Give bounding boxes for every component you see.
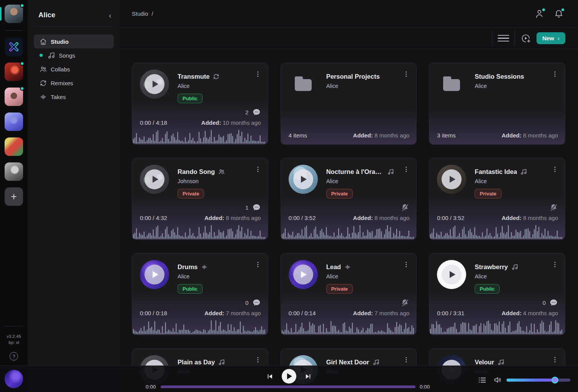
session-avatar[interactable] xyxy=(5,162,23,181)
project-card[interactable]: Strawberry Alice Public 0 0:00 / 3:31 Ad… xyxy=(429,253,565,335)
account-button[interactable] xyxy=(535,9,545,19)
previous-track-button[interactable] xyxy=(266,373,274,380)
folder-icon xyxy=(294,76,313,93)
card-menu-button[interactable] xyxy=(402,260,410,269)
play-overlay-button[interactable] xyxy=(293,265,313,284)
artwork[interactable] xyxy=(437,69,466,99)
items-count: 3 items xyxy=(437,132,455,139)
play-overlay-button[interactable] xyxy=(144,265,164,284)
sidebar-item-collabs[interactable]: Collabs xyxy=(34,62,114,76)
card-title: Transmute xyxy=(178,73,209,80)
kebab-icon xyxy=(551,69,559,79)
play-overlay-button[interactable] xyxy=(293,169,313,189)
volume-thumb[interactable] xyxy=(551,377,558,384)
artwork[interactable] xyxy=(437,165,466,194)
comments-icon[interactable] xyxy=(252,203,261,212)
added-date: Added: 8 months ago xyxy=(353,132,410,139)
notifications-button[interactable] xyxy=(554,9,564,19)
app-logo-button[interactable] xyxy=(5,38,23,56)
artwork[interactable] xyxy=(289,165,318,194)
card-menu-button[interactable] xyxy=(402,69,410,79)
sidebar-item-songs[interactable]: Songs xyxy=(34,48,114,62)
new-button[interactable]: New ‹ xyxy=(536,32,565,44)
sidebar-collapse-button[interactable]: ‹ xyxy=(109,11,111,19)
session-avatar[interactable] xyxy=(5,5,23,23)
notifications-off-icon xyxy=(400,298,409,307)
project-card[interactable]: Nocturne à l'Orange Alice Private 0:00 /… xyxy=(281,158,417,240)
app-logo-x-icon xyxy=(5,38,22,55)
speaker-icon xyxy=(493,375,502,384)
session-avatar[interactable] xyxy=(5,63,23,81)
session-avatar[interactable] xyxy=(5,112,23,131)
sidebar-item-remixes[interactable]: Remixes xyxy=(34,76,114,90)
session-avatar[interactable] xyxy=(5,88,23,106)
toolbar-divider xyxy=(515,30,515,46)
card-menu-button[interactable] xyxy=(254,260,262,269)
artwork[interactable] xyxy=(140,260,169,289)
play-button[interactable] xyxy=(282,369,296,384)
project-card[interactable]: Rando Song Johnson Private 1 0:00 / 4:32… xyxy=(132,158,268,240)
sidebar: Alice ‹ StudioSongsCollabsRemixesTakes xyxy=(28,0,120,392)
comments-icon[interactable] xyxy=(252,298,261,307)
kebab-icon xyxy=(551,355,559,364)
card-title: Strawberry xyxy=(475,263,508,271)
card-menu-button[interactable] xyxy=(254,165,262,174)
waveform xyxy=(133,223,267,240)
artwork[interactable] xyxy=(437,260,466,289)
card-artist: Alice xyxy=(326,83,380,89)
project-card[interactable]: Transmute Alice Public 2 0:00 / 4:18 Add… xyxy=(132,63,268,145)
project-card[interactable]: Drums Alice Public 0 0:00 / 0:18 Added: … xyxy=(132,253,268,335)
help-button[interactable]: ? xyxy=(10,352,18,361)
play-overlay-button[interactable] xyxy=(144,169,164,189)
project-card[interactable]: Lead Alice Private 0:00 / 0:14 Added: 7 … xyxy=(281,253,417,335)
sidebar-item-studio[interactable]: Studio xyxy=(34,35,114,48)
project-card[interactable]: Studio Sessions Alice 3 items Added: 8 m… xyxy=(429,63,565,145)
added-date: Added: 8 months ago xyxy=(502,215,558,221)
queue-button[interactable] xyxy=(478,375,487,385)
artwork[interactable] xyxy=(140,165,169,194)
visibility-badge: Public xyxy=(178,284,203,294)
added-date: Added: 7 months ago xyxy=(353,310,410,316)
card-menu-button[interactable] xyxy=(254,69,262,79)
project-card[interactable]: Personal Projects Alice 4 items Added: 8… xyxy=(281,63,417,145)
session-avatar[interactable] xyxy=(5,137,23,156)
project-card[interactable]: Fantastic Idea Alice Private 0:00 / 3:52… xyxy=(429,158,565,240)
comments-icon[interactable] xyxy=(549,298,558,307)
play-overlay-button[interactable] xyxy=(442,169,462,189)
breadcrumb-item[interactable]: Studio xyxy=(132,10,148,17)
card-artist: Alice xyxy=(178,83,219,89)
play-overlay-button[interactable] xyxy=(442,265,462,284)
card-menu-button[interactable] xyxy=(551,165,559,174)
card-menu-button[interactable] xyxy=(402,165,410,174)
add-to-queue-button[interactable] xyxy=(520,33,531,44)
add-session-button[interactable]: + xyxy=(5,187,23,206)
artwork[interactable] xyxy=(289,69,318,99)
volume-button[interactable] xyxy=(493,375,502,384)
next-track-button[interactable] xyxy=(304,373,312,380)
version-label: v3.2.45 xyxy=(7,333,21,340)
now-playing-artwork[interactable] xyxy=(5,370,23,388)
play-icon xyxy=(301,176,307,183)
artwork[interactable] xyxy=(140,69,169,99)
card-menu-button[interactable] xyxy=(402,355,410,364)
time-display: 0:00 / 0:14 xyxy=(289,310,316,316)
seek-bar[interactable] xyxy=(161,385,415,388)
comments-icon[interactable] xyxy=(252,108,261,117)
artwork[interactable] xyxy=(289,260,318,289)
comment-count: 0 xyxy=(543,299,546,306)
play-icon xyxy=(301,271,307,278)
added-value: 10 months ago xyxy=(223,119,261,126)
online-dot xyxy=(20,3,24,8)
card-artist: Johnson xyxy=(178,178,225,184)
card-menu-button[interactable] xyxy=(551,69,559,79)
card-menu-button[interactable] xyxy=(551,355,559,364)
play-overlay-button[interactable] xyxy=(144,74,164,94)
sidebar-item-takes[interactable]: Takes xyxy=(34,90,114,104)
added-value: 4 months ago xyxy=(523,310,558,316)
volume-slider[interactable] xyxy=(507,379,570,382)
card-menu-button[interactable] xyxy=(551,260,559,269)
card-menu-button[interactable] xyxy=(254,355,262,364)
added-label: Added: xyxy=(353,215,373,221)
list-view-button[interactable] xyxy=(498,35,509,42)
visibility-badge: Public xyxy=(178,94,203,103)
